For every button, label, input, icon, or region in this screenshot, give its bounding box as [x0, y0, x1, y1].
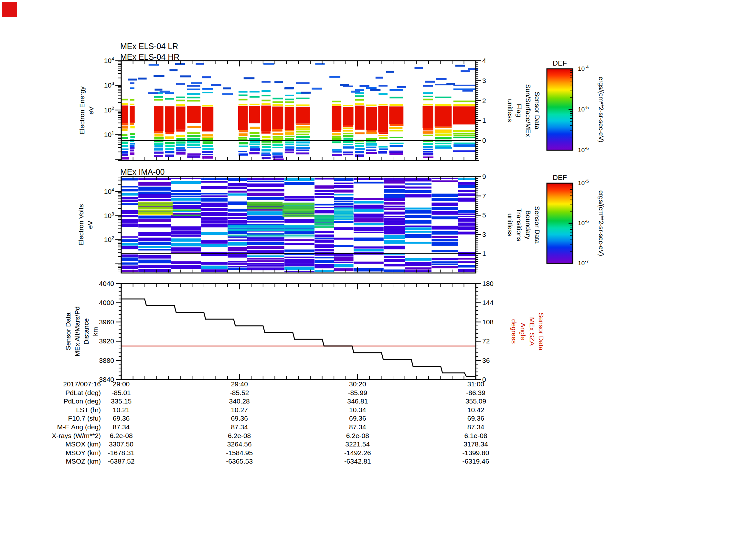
table-row-label: LST (hr): [17, 406, 101, 414]
colorbar1-units: ergs/(cm**2-sr-sec-eV): [597, 77, 606, 142]
panel1-title-line1: MEx ELS-04 LR: [120, 41, 179, 52]
table-value: 346.81: [328, 397, 387, 405]
table-value: -85.99: [328, 389, 387, 397]
axis-title-line: Sensor Data: [64, 306, 73, 356]
table-value: -6387.52: [92, 457, 150, 466]
table-value: 69.36: [447, 414, 505, 422]
y2-axis-tick-label: 1: [482, 249, 486, 258]
table-value: 6.2e-08: [210, 432, 269, 440]
table-value: 69.36: [92, 414, 150, 422]
table-value: -1678.31: [92, 449, 150, 457]
colorbar-tick-label: 10-5: [578, 105, 589, 114]
table-value: -6342.81: [328, 457, 387, 466]
y-axis-tick-label: 103: [66, 81, 114, 89]
colorbar-tick-label: 10-6: [578, 146, 589, 154]
table-value: -6319.46: [447, 457, 505, 466]
table-row-label: PdLon (deg): [17, 397, 101, 405]
table-value: -86.39: [447, 389, 505, 397]
axis-title-line: Sensor Data: [536, 313, 546, 350]
table-value: 355.09: [447, 397, 505, 405]
panel2-title-line1: MEx IMA-00: [120, 167, 165, 177]
table-value: 69.36: [210, 414, 269, 422]
table-value: 10.21: [92, 406, 150, 414]
y2-axis-tick-label: 108: [482, 318, 494, 326]
y2-axis-tick-label: 36: [482, 356, 490, 365]
x-axis-tick-label: 29:00: [92, 380, 150, 388]
table-value: 6.2e-08: [328, 432, 387, 440]
table-value: -85.52: [210, 389, 269, 397]
table-row-label: M-E Ang (deg): [17, 423, 101, 431]
y-axis-tick-label: 102: [66, 106, 114, 114]
panel3-y2-axis-title: Sensor Data MEx SZA Angle degrees: [509, 313, 546, 350]
axis-title-line: Sun/Surface/MEx: [524, 84, 533, 137]
y2-axis-tick-label: 9: [482, 172, 486, 181]
table-value: 69.36: [328, 414, 387, 422]
y-axis-tick-label: 4000: [66, 298, 114, 307]
y2-axis-tick-label: 72: [482, 337, 490, 345]
table-value: 10.27: [210, 406, 269, 414]
y-axis-tick-label: 104: [66, 57, 114, 65]
y2-axis-tick-label: 2: [482, 97, 486, 105]
colorbar2-units: ergs/(cm**2-sr-sec-eV): [597, 190, 606, 256]
table-value: -85.01: [92, 389, 150, 397]
table-value: -1492.26: [328, 449, 387, 457]
colorbar-tick-label: 10-6: [578, 219, 589, 227]
axis-title-line: Flag: [515, 84, 524, 137]
y-axis-tick-label: 3880: [66, 356, 114, 365]
axis-title-line: unitless: [505, 206, 515, 244]
table-row-label: F10.7 (sfu): [17, 414, 101, 422]
y2-axis-tick-label: 5: [482, 211, 486, 219]
y-axis-tick-label: 101: [66, 131, 114, 139]
panel2-title: MEx IMA-00: [120, 167, 165, 177]
axis-title-line: MEx Alt/Mars/Pd: [73, 306, 82, 356]
axis-title-line: Sensor Data: [533, 84, 542, 137]
axis-title-line: degrees: [509, 313, 519, 350]
axis-title-line: km: [91, 306, 100, 356]
x-axis-tick-label: 30:20: [328, 380, 387, 388]
table-value: 10.42: [447, 406, 505, 414]
y-axis-tick-label: 3960: [66, 318, 114, 326]
table-value: 6.1e-08: [447, 432, 505, 440]
axis-title-line: Boundary: [524, 206, 533, 244]
axis-title-line: Angle: [519, 313, 527, 350]
y2-axis-tick-label: 4: [482, 57, 486, 65]
colorbar1-title: DEF: [553, 59, 567, 67]
table-row-label: MSOY (km): [17, 449, 101, 457]
table-value: 3221.54: [328, 440, 387, 448]
x-axis-tick-label: 31:00: [447, 380, 505, 388]
y2-axis-tick-label: 0: [482, 136, 486, 145]
table-value: 340.28: [210, 397, 269, 405]
axis-title-line: Transitions: [515, 206, 524, 244]
panel3-y-axis-title: Sensor Data MEx Alt/Mars/Pd Distance km: [64, 306, 100, 356]
colorbar-tick-label: 10-7: [578, 259, 589, 267]
panel2-y2-axis-title: Sensor Data Boundary Transitions unitles…: [505, 206, 542, 244]
table-row-label: MSOX (km): [17, 440, 101, 448]
y2-axis-tick-label: 1: [482, 116, 486, 125]
y2-axis-tick-label: 3: [482, 77, 486, 85]
table-value: 6.2e-08: [92, 432, 150, 440]
colorbar-tick-label: 10-4: [578, 64, 589, 73]
colorbar2-title: DEF: [553, 173, 567, 182]
table-row-label: MSOZ (km): [17, 457, 101, 466]
table-value: 87.34: [447, 423, 505, 431]
y-axis-tick-label: 103: [66, 212, 114, 220]
panel1-title-line2: MEx ELS-04 HR: [120, 52, 179, 62]
y-axis-tick-label: 4040: [66, 279, 114, 288]
table-value: 10.34: [328, 406, 387, 414]
table-row-label: PdLat (deg): [17, 389, 101, 397]
axis-title-line: unitless: [505, 84, 515, 137]
table-value: -6365.53: [210, 457, 269, 466]
y2-axis-tick-label: 7: [482, 192, 486, 200]
table-value: 3307.50: [92, 440, 150, 448]
y-axis-tick-label: 3920: [66, 337, 114, 345]
table-row-label: X-rays (W/m**2): [17, 432, 101, 440]
y-axis-tick-label: 102: [66, 236, 114, 244]
table-value: 87.34: [328, 423, 387, 431]
y2-axis-tick-label: 144: [482, 298, 494, 307]
y-axis-tick-label: 104: [66, 187, 114, 196]
axis-title-line: Sensor Data: [533, 206, 542, 244]
table-value: 87.34: [210, 423, 269, 431]
plot-page: MEx ELS-04 LR MEx ELS-04 HR MEx IMA-00 E…: [0, 0, 756, 534]
table-value: 3178.34: [447, 440, 505, 448]
axis-title-line: Distance: [82, 306, 91, 356]
